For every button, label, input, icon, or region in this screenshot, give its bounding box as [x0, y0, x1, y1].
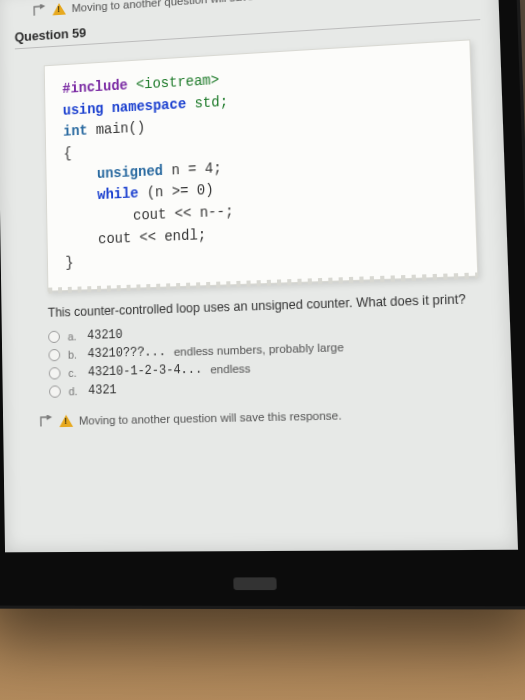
quiz-content: Moving to another question will save thi… [0, 0, 514, 455]
radio-icon[interactable] [48, 331, 60, 343]
radio-icon[interactable] [48, 349, 60, 361]
monitor-logo [233, 577, 276, 590]
save-notice-text: Moving to another question will save thi… [79, 409, 342, 427]
nav-arrow-icon [33, 4, 47, 17]
radio-icon[interactable] [49, 367, 61, 379]
question-prompt: This counter-controlled loop uses an uns… [48, 292, 480, 320]
screen: Moving to another question will save thi… [0, 0, 518, 552]
option-code: 4321 [88, 383, 117, 398]
option-letter: c. [68, 367, 80, 379]
option-tail: endless [210, 362, 250, 375]
monitor-bezel: Moving to another question will save thi… [0, 0, 525, 609]
option-code: 43210 [87, 328, 123, 343]
code-snippet: #include <iostream> using namespace std;… [44, 39, 479, 292]
warning-icon [59, 415, 73, 428]
scene: Moving to another question will save thi… [0, 0, 525, 700]
option-letter: b. [68, 349, 80, 361]
option-tail: endless numbers, probably large [174, 341, 344, 358]
nav-arrow-icon [40, 415, 54, 427]
warning-icon [52, 3, 66, 16]
answer-options: a. 43210 b. 43210???... endless numbers,… [48, 315, 482, 401]
option-code: 43210???... [87, 345, 166, 361]
radio-icon[interactable] [49, 386, 61, 398]
save-notice-bottom: Moving to another question will save thi… [40, 406, 494, 428]
option-code: 43210-1-2-3-4... [88, 363, 203, 380]
option-letter: d. [69, 385, 81, 397]
option-letter: a. [68, 330, 80, 343]
